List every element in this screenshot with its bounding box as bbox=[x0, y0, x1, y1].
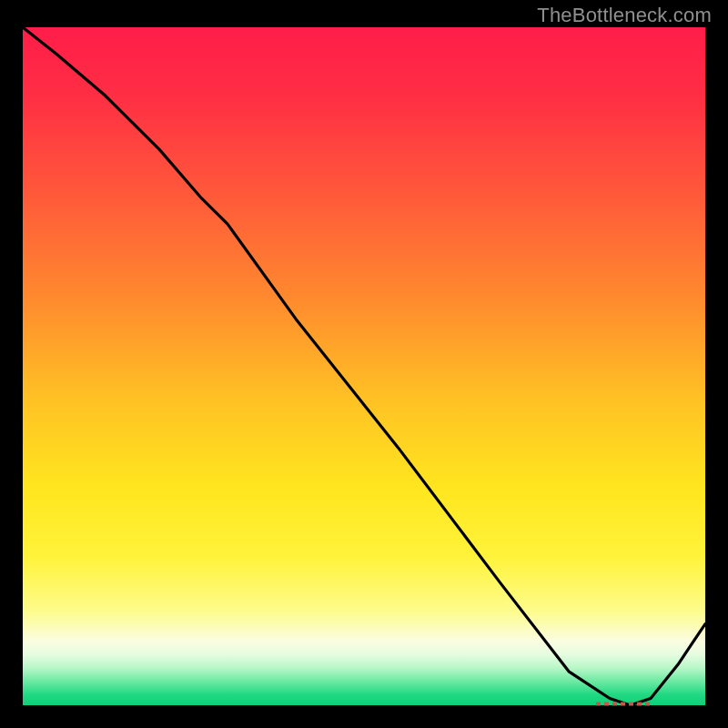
chart-frame: TheBottleneck.com bbox=[0, 0, 728, 728]
plot-background bbox=[23, 27, 705, 705]
watermark-text: TheBottleneck.com bbox=[537, 4, 712, 27]
chart-svg bbox=[0, 0, 728, 728]
